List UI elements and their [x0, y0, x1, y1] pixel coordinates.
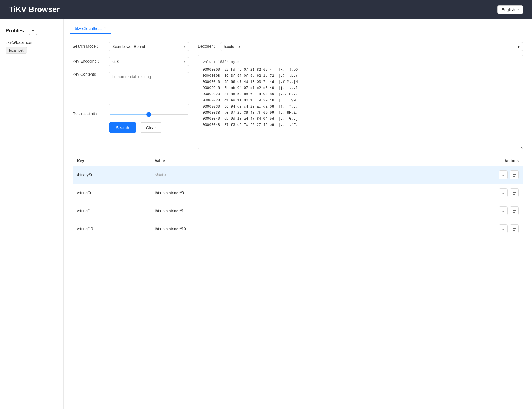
action-buttons: Search Clear [73, 122, 189, 133]
download-button[interactable]: ⭳ [499, 188, 508, 197]
col-header-actions: Actions [469, 159, 519, 163]
decoder-panel: Decoder： hexdump ▾ value: 16384 bytes 00… [198, 42, 523, 149]
table-row[interactable]: /binary/0<blob>⭳🗑 [73, 166, 523, 184]
key-encoding-select[interactable]: utf8 ▾ [109, 57, 189, 66]
results-limit-label: Results Limit： [73, 111, 109, 116]
delete-button[interactable]: 🗑 [510, 206, 519, 215]
key-contents-label: Key Contents： [73, 72, 109, 77]
table-cell-key: /string/10 [77, 227, 155, 231]
main-layout: Profiles: + tikv@localhost localhost tik… [0, 19, 532, 409]
language-selector[interactable]: English ▾ [497, 5, 523, 14]
tabs-bar: tikv@localhost × [64, 19, 532, 34]
decoder-chevron-icon: ▾ [518, 44, 520, 49]
hexdump-lines: 00000000 52 fd fc 07 21 82 65 4f |R...!.… [203, 67, 518, 128]
table-row[interactable]: /string/0this is a string #0⭳🗑 [73, 184, 523, 202]
table-cell-value: <blob> [155, 173, 469, 177]
decoder-value: hexdump [224, 44, 240, 49]
content-area: tikv@localhost × Search Mode： Scan Lower… [64, 19, 532, 409]
clear-button[interactable]: Clear [140, 122, 162, 133]
col-header-key: Key [77, 159, 155, 163]
search-button[interactable]: Search [109, 122, 136, 133]
tab-label: tikv@localhost [75, 26, 102, 31]
table-cell-key: /string/1 [77, 209, 155, 213]
table-row[interactable]: /string/10this is a string #10⭳🗑 [73, 220, 523, 238]
table-header-row: Key Value Actions [73, 156, 523, 166]
key-contents-row: Key Contents： [73, 72, 189, 105]
search-form: Search Mode： Scan Lower Bound ▾ Key Enco… [73, 42, 189, 149]
hexdump-line: 00000028 d1 e9 1e 00 16 79 39 cb |.....y… [203, 98, 518, 104]
profile-name: tikv@localhost [6, 40, 58, 45]
hexdump-line: 00000048 87 f3 c6 7c f2 27 46 e9 |...|.'… [203, 122, 518, 128]
tab-close-icon[interactable]: × [104, 27, 106, 30]
table-cell-actions: ⭳🗑 [469, 206, 519, 215]
add-profile-button[interactable]: + [29, 27, 37, 35]
decoder-label: Decoder： [198, 44, 220, 49]
delete-button[interactable]: 🗑 [510, 188, 519, 197]
col-header-value: Value [155, 159, 469, 163]
profile-host-button[interactable]: localhost [6, 47, 27, 54]
search-mode-select[interactable]: Scan Lower Bound ▾ [109, 42, 189, 51]
delete-button[interactable]: 🗑 [510, 170, 519, 179]
delete-button[interactable]: 🗑 [510, 224, 519, 233]
results-limit-slider[interactable] [110, 114, 188, 115]
app-title: TiKV Browser [9, 5, 60, 14]
app-header: TiKV Browser English ▾ [0, 0, 532, 19]
results-limit-slider-container [109, 111, 189, 116]
table-cell-value: this is a string #10 [155, 227, 469, 231]
hexdump-header: value: 16384 bytes [203, 59, 518, 65]
hexdump-line: 00000030 66 94 d2 c4 22 ac d2 08 |f...".… [203, 104, 518, 110]
key-encoding-row: Key Encoding： utf8 ▾ [73, 57, 189, 66]
profiles-label: Profiles: [6, 28, 26, 34]
table-cell-value: this is a string #0 [155, 191, 469, 195]
search-mode-chevron-icon: ▾ [184, 45, 185, 48]
results-table: Key Value Actions /binary/0<blob>⭳🗑/stri… [64, 156, 532, 247]
download-button[interactable]: ⭳ [499, 170, 508, 179]
search-mode-label: Search Mode： [73, 44, 109, 49]
language-chevron-icon: ▾ [517, 8, 519, 11]
search-panel: Search Mode： Scan Lower Bound ▾ Key Enco… [64, 34, 532, 156]
key-encoding-chevron-icon: ▾ [184, 60, 185, 63]
hexdump-line: 00000018 7b bb 04 07 d1 e2 c6 49 |{.....… [203, 85, 518, 91]
table-cell-actions: ⭳🗑 [469, 170, 519, 179]
decoder-select-row: Decoder： hexdump ▾ [198, 42, 523, 51]
hexdump-line: 00000040 eb 9d 18 a4 47 84 04 5d |....G.… [203, 116, 518, 122]
key-contents-input[interactable] [109, 72, 189, 105]
download-button[interactable]: ⭳ [499, 224, 508, 233]
hexdump-line: 00000038 a0 07 29 39 48 7f 69 99 |..)9H.… [203, 110, 518, 116]
table-body: /binary/0<blob>⭳🗑/string/0this is a stri… [73, 166, 523, 238]
hexdump-display: value: 16384 bytes 00000000 52 fd fc 07 … [198, 55, 523, 149]
table-cell-actions: ⭳🗑 [469, 224, 519, 233]
table-cell-key: /string/0 [77, 191, 155, 195]
search-mode-row: Search Mode： Scan Lower Bound ▾ [73, 42, 189, 51]
table-cell-value: this is a string #1 [155, 209, 469, 213]
hexdump-line: 00000020 81 85 5a d8 68 1d 0d 86 |..Z.h.… [203, 91, 518, 97]
decoder-select[interactable]: hexdump ▾ [220, 42, 523, 51]
table-cell-actions: ⭳🗑 [469, 188, 519, 197]
tab-tikv-localhost[interactable]: tikv@localhost × [70, 24, 111, 34]
hexdump-line: 00000008 16 3f 5f 0f 9a 62 1d 72 |.?_..b… [203, 73, 518, 79]
hexdump-line: 00000000 52 fd fc 07 21 82 65 4f |R...!.… [203, 67, 518, 73]
hexdump-line: 00000010 95 66 c7 4d 10 03 7c 4d |.f.M..… [203, 79, 518, 85]
key-encoding-label: Key Encoding： [73, 59, 109, 64]
table-row[interactable]: /string/1this is a string #1⭳🗑 [73, 202, 523, 220]
key-encoding-value: utf8 [112, 59, 119, 64]
table-cell-key: /binary/0 [77, 173, 155, 177]
language-label: English [502, 7, 515, 12]
sidebar: Profiles: + tikv@localhost localhost [0, 19, 64, 409]
search-mode-value: Scan Lower Bound [112, 44, 145, 49]
results-limit-row: Results Limit： [73, 111, 189, 116]
download-button[interactable]: ⭳ [499, 206, 508, 215]
profiles-section-header: Profiles: + [6, 27, 58, 35]
